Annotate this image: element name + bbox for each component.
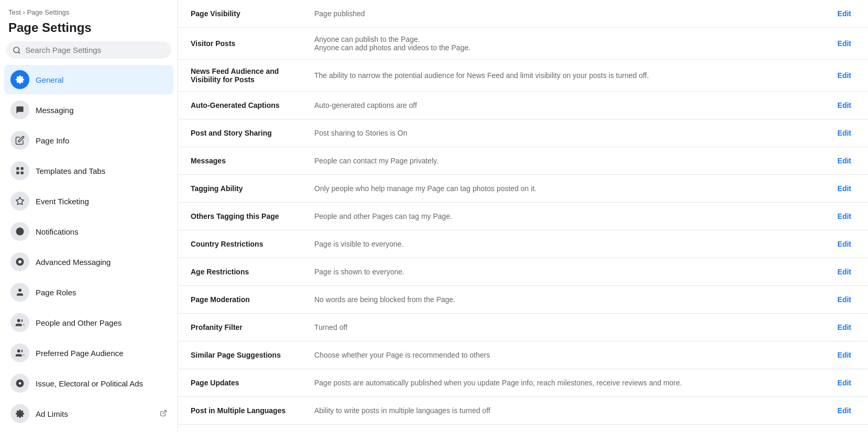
- sidebar-item-ad-limits[interactable]: Ad Limits: [4, 399, 173, 428]
- setting-value: Turned off: [314, 323, 825, 331]
- preferred-page-audience-icon: [10, 344, 29, 362]
- sidebar-item-label-people-other-pages: People and Other Pages: [36, 318, 122, 327]
- sidebar-item-preferred-page-audience[interactable]: Preferred Page Audience: [4, 338, 173, 368]
- edit-button-1[interactable]: Edit: [833, 37, 855, 50]
- sidebar-item-label-templates-tabs: Templates and Tabs: [36, 167, 105, 175]
- setting-value: Anyone can publish to the Page. Anyone c…: [314, 35, 825, 52]
- svg-marker-6: [16, 197, 24, 205]
- edit-button-7[interactable]: Edit: [833, 210, 855, 223]
- ad-limits-icon: [10, 404, 29, 423]
- svg-point-11: [17, 319, 20, 322]
- edit-button-11[interactable]: Edit: [833, 321, 855, 334]
- edit-button-6[interactable]: Edit: [833, 182, 855, 195]
- settings-table: Page VisibilityPage publishedEditVisitor…: [178, 0, 868, 432]
- svg-rect-3: [21, 167, 24, 170]
- nav-list: GeneralMessagingPage InfoTemplates and T…: [4, 65, 173, 432]
- svg-rect-2: [16, 167, 19, 170]
- edit-button-3[interactable]: Edit: [833, 99, 855, 112]
- svg-line-15: [163, 410, 166, 413]
- table-row: Age RestrictionsPage is shown to everyon…: [178, 258, 868, 286]
- sidebar-item-label-page-roles: Page Roles: [36, 288, 76, 297]
- table-row: Visitor PostsAnyone can publish to the P…: [178, 28, 868, 60]
- event-ticketing-icon: [10, 192, 29, 211]
- sidebar-item-label-page-info: Page Info: [36, 136, 69, 145]
- setting-value: Page is shown to everyone.: [314, 268, 825, 276]
- svg-point-7: [16, 228, 24, 236]
- table-row: Page UpdatesPage posts are automatically…: [178, 369, 868, 397]
- sidebar: Test › Page Settings Page Settings Gener…: [0, 0, 178, 432]
- setting-name: Country Restrictions: [191, 240, 306, 248]
- edit-button-2[interactable]: Edit: [833, 69, 855, 82]
- edit-button-4[interactable]: Edit: [833, 127, 855, 139]
- table-row: Country RestrictionsPage is visible to e…: [178, 230, 868, 258]
- setting-name: Others Tagging this Page: [191, 212, 306, 220]
- people-other-pages-icon: [10, 313, 29, 332]
- svg-point-14: [19, 382, 21, 385]
- svg-point-12: [17, 349, 20, 352]
- sidebar-item-branded-content[interactable]: Branded Content: [4, 429, 173, 432]
- setting-value: Auto-generated captions are off: [314, 101, 825, 109]
- setting-name: Profanity Filter: [191, 323, 306, 331]
- main-content: Page VisibilityPage publishedEditVisitor…: [178, 0, 868, 432]
- setting-value: Only people who help manage my Page can …: [314, 184, 825, 193]
- edit-button-10[interactable]: Edit: [833, 293, 855, 306]
- setting-name: Messages: [191, 157, 306, 165]
- notifications-icon: [10, 222, 29, 241]
- page-title: Page Settings: [4, 18, 173, 41]
- table-row: Page ModerationNo words are being blocke…: [178, 286, 868, 314]
- setting-name: Age Restrictions: [191, 268, 306, 276]
- setting-name: Post in Multiple Languages: [191, 406, 306, 415]
- sidebar-item-advanced-messaging[interactable]: Advanced Messaging: [4, 247, 173, 276]
- edit-button-13[interactable]: Edit: [833, 376, 855, 389]
- table-row: News Feed Audience and Visibility for Po…: [178, 60, 868, 92]
- setting-value: Page is visible to everyone.: [314, 240, 825, 248]
- sidebar-item-page-roles[interactable]: Page Roles: [4, 278, 173, 307]
- sidebar-item-label-advanced-messaging: Advanced Messaging: [36, 258, 111, 267]
- setting-name: Tagging Ability: [191, 184, 306, 193]
- edit-button-8[interactable]: Edit: [833, 238, 855, 250]
- breadcrumb: Test › Page Settings: [4, 8, 173, 18]
- table-row: Page VisibilityPage publishedEdit: [178, 0, 868, 28]
- sidebar-item-general[interactable]: General: [4, 65, 173, 94]
- svg-rect-4: [16, 172, 19, 174]
- svg-point-9: [18, 260, 21, 263]
- sidebar-item-label-general: General: [36, 75, 63, 84]
- sidebar-item-people-other-pages[interactable]: People and Other Pages: [4, 308, 173, 337]
- search-box[interactable]: [6, 41, 171, 59]
- setting-value: Choose whether your Page is recommended …: [314, 351, 825, 359]
- messaging-icon: [10, 101, 29, 119]
- edit-button-0[interactable]: Edit: [833, 7, 855, 20]
- edit-button-14[interactable]: Edit: [833, 404, 855, 417]
- sidebar-item-messaging[interactable]: Messaging: [4, 95, 173, 125]
- setting-name: Post and Story Sharing: [191, 129, 306, 137]
- table-row: Others Tagging this PagePeople and other…: [178, 203, 868, 230]
- search-input[interactable]: [25, 46, 165, 54]
- table-row: Post and Story SharingPost sharing to St…: [178, 119, 868, 147]
- sidebar-item-notifications[interactable]: Notifications: [4, 217, 173, 246]
- sidebar-item-label-event-ticketing: Event Ticketing: [36, 197, 89, 206]
- general-icon: [10, 70, 29, 89]
- table-row: Auto-Generated CaptionsAuto-generated ca…: [178, 92, 868, 119]
- setting-value: The ability to narrow the potential audi…: [314, 71, 825, 80]
- sidebar-item-label-messaging: Messaging: [36, 106, 74, 115]
- table-row: Similar Page SuggestionsChoose whether y…: [178, 341, 868, 369]
- svg-line-1: [18, 52, 20, 53]
- setting-name: Page Updates: [191, 379, 306, 387]
- sidebar-item-page-info[interactable]: Page Info: [4, 126, 173, 155]
- search-icon: [13, 46, 21, 54]
- edit-button-9[interactable]: Edit: [833, 265, 855, 278]
- table-row: Tagging AbilityOnly people who help mana…: [178, 175, 868, 203]
- advanced-messaging-icon: [10, 252, 29, 271]
- edit-button-12[interactable]: Edit: [833, 349, 855, 361]
- sidebar-item-templates-tabs[interactable]: Templates and Tabs: [4, 156, 173, 185]
- svg-point-10: [18, 289, 21, 292]
- setting-value: Ability to write posts in multiple langu…: [314, 406, 825, 415]
- setting-value: Page posts are automatically published w…: [314, 379, 825, 387]
- edit-button-5[interactable]: Edit: [833, 154, 855, 167]
- setting-name: Page Moderation: [191, 295, 306, 304]
- setting-name: News Feed Audience and Visibility for Po…: [191, 67, 306, 84]
- sidebar-item-event-ticketing[interactable]: Event Ticketing: [4, 186, 173, 216]
- setting-value: No words are being blocked from the Page…: [314, 295, 825, 304]
- sidebar-item-issue-electoral[interactable]: Issue, Electoral or Political Ads: [4, 369, 173, 398]
- table-row: MessagesPeople can contact my Page priva…: [178, 147, 868, 175]
